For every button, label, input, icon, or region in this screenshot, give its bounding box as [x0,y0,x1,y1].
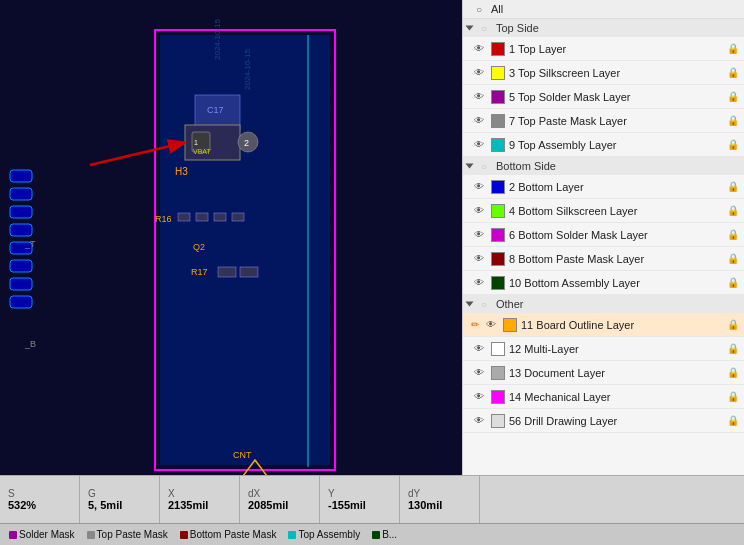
lock-14[interactable]: 🔒 [726,390,740,404]
lock-11[interactable]: 🔒 [726,318,740,332]
top-assembly-dot [288,531,296,539]
eye-13[interactable]: 👁 [471,367,487,379]
s-value: 532% [8,499,71,511]
layer-row-1[interactable]: 👁 1 Top Layer 🔒 [463,37,744,61]
svg-rect-18 [232,213,244,221]
layer-row-8[interactable]: 👁 8 Bottom Paste Mask Layer 🔒 [463,247,744,271]
bottom-chip-top-paste[interactable]: Top Paste Mask [82,528,173,541]
layer-list[interactable]: ○ All ○ Top Side 👁 1 Top Layer 🔒 👁 3 Top… [463,0,744,475]
top-side-header[interactable]: ○ Top Side [463,19,744,37]
color-6[interactable] [491,228,505,242]
bottom-side-eye[interactable]: ○ [476,160,492,172]
bottom-chip-b[interactable]: B... [367,528,402,541]
color-4[interactable] [491,204,505,218]
eye-3[interactable]: 👁 [471,67,487,79]
status-dx: dX 2085mil [240,476,320,523]
lock-5[interactable]: 🔒 [726,90,740,104]
status-dy: dY 130mil [400,476,480,523]
layer-row-3[interactable]: 👁 3 Top Silkscreen Layer 🔒 [463,61,744,85]
lock-9[interactable]: 🔒 [726,138,740,152]
top-paste-label: Top Paste Mask [97,529,168,540]
svg-rect-29 [10,278,32,290]
layer-name-4: 4 Bottom Silkscreen Layer [509,205,722,217]
lock-8[interactable]: 🔒 [726,252,740,266]
right-panel: ○ All ○ Top Side 👁 1 Top Layer 🔒 👁 3 Top… [462,0,744,475]
lock-1[interactable]: 🔒 [726,42,740,56]
eye-1[interactable]: 👁 [471,43,487,55]
eye-10[interactable]: 👁 [471,277,487,289]
bottom-side-label: Bottom Side [496,160,556,172]
other-label: Other [496,298,524,310]
all-eye-icon[interactable]: ○ [471,3,487,15]
svg-text:2024-10-15: 2024-10-15 [213,19,222,60]
color-12[interactable] [491,342,505,356]
lock-3[interactable]: 🔒 [726,66,740,80]
eye-9[interactable]: 👁 [471,139,487,151]
svg-rect-28 [10,260,32,272]
svg-rect-25 [10,206,32,218]
top-side-eye[interactable]: ○ [476,22,492,34]
svg-text:_B: _B [24,339,36,349]
color-2[interactable] [491,180,505,194]
eye-8[interactable]: 👁 [471,253,487,265]
other-header[interactable]: ○ Other [463,295,744,313]
g-label: G [88,488,151,499]
color-56[interactable] [491,414,505,428]
color-11[interactable] [503,318,517,332]
bottom-chip-solder-mask[interactable]: Solder Mask [4,528,80,541]
layer-row-56[interactable]: 👁 56 Drill Drawing Layer 🔒 [463,409,744,433]
eye-4[interactable]: 👁 [471,205,487,217]
color-7[interactable] [491,114,505,128]
status-x: X 2135mil [160,476,240,523]
color-8[interactable] [491,252,505,266]
pcb-canvas[interactable]: C17 1 VBAT 2 H3 R16 Q2 R17 [0,0,462,475]
eye-56[interactable]: 👁 [471,415,487,427]
layer-row-11[interactable]: ✏ 👁 11 Board Outline Layer 🔒 [463,313,744,337]
color-1[interactable] [491,42,505,56]
color-13[interactable] [491,366,505,380]
bottom-side-header[interactable]: ○ Bottom Side [463,157,744,175]
lock-12[interactable]: 🔒 [726,342,740,356]
eye-2[interactable]: 👁 [471,181,487,193]
status-s: S 532% [0,476,80,523]
lock-7[interactable]: 🔒 [726,114,740,128]
color-10[interactable] [491,276,505,290]
lock-56[interactable]: 🔒 [726,414,740,428]
eye-6[interactable]: 👁 [471,229,487,241]
layer-row-6[interactable]: 👁 6 Bottom Solder Mask Layer 🔒 [463,223,744,247]
layer-row-12[interactable]: 👁 12 Multi-Layer 🔒 [463,337,744,361]
layer-name-2: 2 Bottom Layer [509,181,722,193]
dy-label: dY [408,488,471,499]
layer-row-9[interactable]: 👁 9 Top Assembly Layer 🔒 [463,133,744,157]
color-9[interactable] [491,138,505,152]
layer-row-14[interactable]: 👁 14 Mechanical Layer 🔒 [463,385,744,409]
eye-5[interactable]: 👁 [471,91,487,103]
eye-11[interactable]: 👁 [483,319,499,331]
lock-10[interactable]: 🔒 [726,276,740,290]
eye-12[interactable]: 👁 [471,343,487,355]
svg-rect-15 [178,213,190,221]
other-eye[interactable]: ○ [476,298,492,310]
eye-7[interactable]: 👁 [471,115,487,127]
lock-2[interactable]: 🔒 [726,180,740,194]
all-label: All [491,3,740,15]
bottom-chip-top-assembly[interactable]: Top Assembly [283,528,365,541]
layer-row-5[interactable]: 👁 5 Top Solder Mask Layer 🔒 [463,85,744,109]
lock-13[interactable]: 🔒 [726,366,740,380]
layer-row-13[interactable]: 👁 13 Document Layer 🔒 [463,361,744,385]
color-3[interactable] [491,66,505,80]
color-14[interactable] [491,390,505,404]
svg-text:VBAT: VBAT [193,148,211,155]
status-g: G 5, 5mil [80,476,160,523]
pcb-background: C17 1 VBAT 2 H3 R16 Q2 R17 [0,0,462,475]
bottom-chip-bottom-paste[interactable]: Bottom Paste Mask [175,528,282,541]
color-5[interactable] [491,90,505,104]
layer-row-4[interactable]: 👁 4 Bottom Silkscreen Layer 🔒 [463,199,744,223]
all-row[interactable]: ○ All [463,0,744,19]
lock-4[interactable]: 🔒 [726,204,740,218]
layer-row-7[interactable]: 👁 7 Top Paste Mask Layer 🔒 [463,109,744,133]
lock-6[interactable]: 🔒 [726,228,740,242]
eye-14[interactable]: 👁 [471,391,487,403]
layer-row-2[interactable]: 👁 2 Bottom Layer 🔒 [463,175,744,199]
layer-row-10[interactable]: 👁 10 Bottom Assembly Layer 🔒 [463,271,744,295]
